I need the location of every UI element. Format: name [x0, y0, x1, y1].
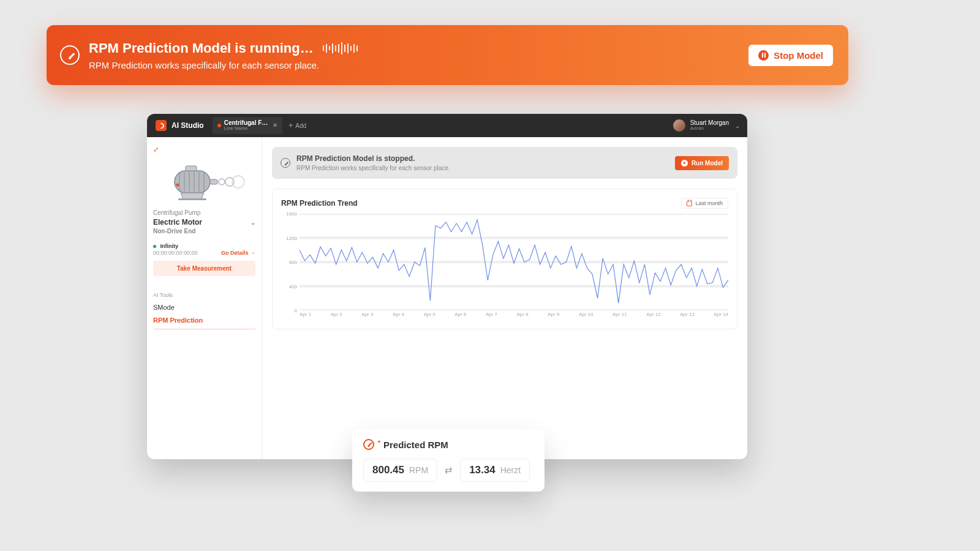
x-tick: Apr 8 — [517, 312, 529, 323]
date-range-label: Last month — [695, 200, 723, 206]
rpm-value-box: 800.45 RPM — [363, 459, 437, 482]
sparkle-icon — [377, 440, 380, 443]
x-tick: Apr 12 — [646, 312, 661, 323]
x-tick: Apr 13 — [680, 312, 695, 323]
chart-plot — [300, 214, 728, 310]
status-dot-icon — [153, 245, 156, 248]
x-tick: Apr 11 — [612, 312, 627, 323]
run-model-button[interactable]: Run Model — [675, 156, 729, 170]
run-model-label: Run Model — [692, 160, 723, 167]
tab-subtitle: Line Name — [224, 126, 268, 132]
x-tick: Apr 14 — [714, 312, 728, 323]
tool-item-rpm-prediction[interactable]: RPM Prediction — [153, 317, 255, 329]
x-tick: Apr 9 — [548, 312, 559, 323]
user-role: Admin — [690, 126, 729, 132]
status-dot-icon — [217, 124, 221, 127]
avatar — [673, 119, 685, 132]
asset-position: Non-Drive End — [153, 228, 255, 234]
svg-rect-0 — [175, 171, 210, 193]
chevron-down-icon: ⌄ — [735, 122, 740, 129]
svg-point-10 — [176, 184, 179, 187]
tab-centrifugal[interactable]: Centrifugal F… Line Name ✕ — [213, 117, 283, 134]
pause-icon — [758, 50, 769, 61]
app-logo-icon — [156, 120, 167, 131]
x-tick: Apr 2 — [331, 312, 342, 323]
y-tick: 1600 — [286, 211, 297, 217]
take-measurement-button[interactable]: Take Measurement — [153, 261, 255, 276]
stop-model-button[interactable]: Stop Model — [748, 45, 833, 66]
chart-area: 040080012001600 Apr 1Apr 2Apr 3Apr 4Apr … — [281, 214, 728, 323]
x-tick: Apr 6 — [454, 312, 466, 323]
x-tick: Apr 10 — [579, 312, 594, 323]
predicted-rpm-card: Predicted RPM 800.45 RPM ⇄ 13.34 Herzt — [352, 429, 545, 492]
tab-close-icon[interactable]: ✕ — [273, 122, 277, 129]
sidebar: ⤢ Centrifugal Pump — [147, 137, 262, 459]
gauge-icon — [60, 45, 80, 65]
tool-item-smode[interactable]: SMode — [153, 304, 255, 311]
hz-value-box: 13.34 Herzt — [460, 459, 530, 482]
chart-title: RPM Prediction Trend — [281, 199, 358, 208]
swap-icon[interactable]: ⇄ — [445, 465, 453, 476]
svg-rect-9 — [178, 198, 206, 200]
rpm-value: 800.45 — [372, 464, 404, 476]
x-tick: Apr 4 — [393, 312, 404, 323]
calendar-icon — [687, 201, 692, 206]
svg-rect-8 — [186, 166, 197, 171]
chevron-down-icon: ⌄ — [251, 219, 255, 226]
x-tick: Apr 5 — [424, 312, 435, 323]
y-tick: 1200 — [286, 235, 297, 241]
x-tick: Apr 1 — [300, 312, 311, 323]
app-window: AI Studio Centrifugal F… Line Name ✕ Add… — [147, 114, 747, 459]
go-details-link[interactable]: Go Details → — [221, 250, 255, 256]
app-name: AI Studio — [172, 121, 204, 130]
gauge-icon — [281, 158, 290, 168]
banner-text: RPM Prediction Model is running… RPM Pre… — [89, 40, 748, 70]
svg-rect-11 — [210, 179, 217, 184]
ai-tools-heading: AI Tools — [153, 292, 255, 298]
play-icon — [681, 160, 688, 167]
y-tick: 400 — [289, 283, 297, 289]
asset-illustration — [153, 157, 255, 206]
expand-icon[interactable]: ⤢ — [153, 146, 159, 153]
date-range-button[interactable]: Last month — [681, 198, 728, 209]
predicted-title: Predicted RPM — [383, 440, 448, 450]
title-bar: AI Studio Centrifugal F… Line Name ✕ Add… — [147, 114, 747, 137]
main-content: RPM Prediction Model is stopped. RPM Pre… — [262, 137, 747, 459]
stop-model-label: Stop Model — [774, 50, 823, 61]
banner-subtitle: RPM Prediction works specifically for ea… — [89, 60, 748, 70]
asset-name: Electric Motor — [153, 218, 202, 227]
x-tick: Apr 3 — [361, 312, 373, 323]
svg-point-12 — [219, 179, 225, 185]
stopped-title: RPM Prediction Model is stopped. — [296, 154, 675, 163]
running-banner: RPM Prediction Model is running… RPM Pre… — [47, 25, 848, 85]
banner-title: RPM Prediction Model is running… — [89, 40, 314, 56]
y-tick: 800 — [289, 260, 297, 265]
waveform-icon — [323, 42, 358, 54]
asset-category: Centrifugal Pump — [153, 209, 255, 216]
hz-value: 13.34 — [469, 464, 496, 476]
chart-card: RPM Prediction Trend Last month 04008001… — [272, 189, 737, 329]
stopped-banner: RPM Prediction Model is stopped. RPM Pre… — [272, 147, 737, 179]
y-tick: 0 — [295, 308, 297, 313]
x-tick: Apr 7 — [486, 312, 497, 323]
rpm-unit: RPM — [409, 465, 428, 475]
add-tab-label: Add — [295, 122, 306, 129]
add-tab-button[interactable]: Add — [288, 121, 306, 130]
asset-selector[interactable]: Electric Motor ⌄ — [153, 218, 255, 227]
gauge-icon — [363, 439, 374, 450]
status-label: Infinity — [160, 243, 179, 249]
user-menu[interactable]: Stuart Morgan Admin ⌄ — [673, 119, 740, 132]
stopped-subtitle: RPM Prediction works specifically for ea… — [296, 165, 675, 171]
status-time: 00:00:00:00:00:00 — [153, 250, 198, 256]
hz-unit: Herzt — [500, 465, 521, 475]
